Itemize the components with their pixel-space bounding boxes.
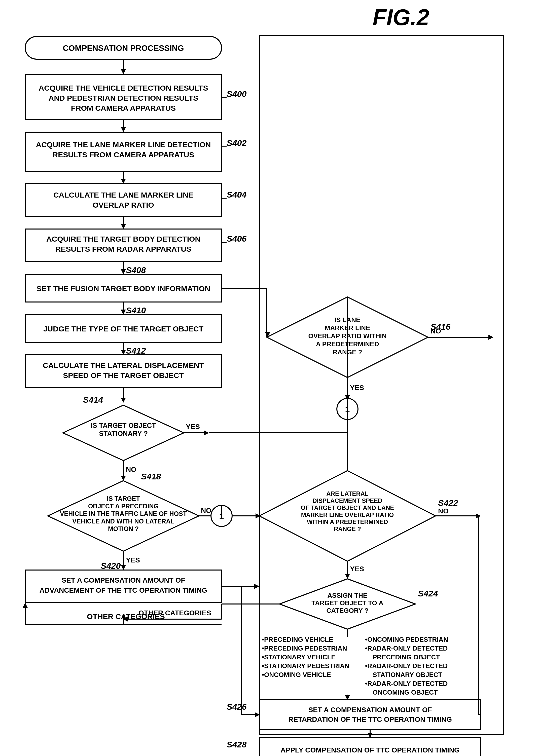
svg-text:S414: S414 <box>83 395 103 404</box>
svg-text:TARGET OBJECT TO A: TARGET OBJECT TO A <box>311 599 384 607</box>
svg-marker-42 <box>121 350 126 355</box>
svg-text:ASSIGN THE: ASSIGN THE <box>328 592 368 599</box>
svg-text:S424: S424 <box>418 589 438 598</box>
svg-text:CALCULATE THE LATERAL DISPLACE: CALCULATE THE LATERAL DISPLACEMENT <box>43 361 204 370</box>
svg-text:S408: S408 <box>126 265 146 275</box>
svg-marker-37 <box>121 309 126 315</box>
svg-text:SPEED OF THE TARGET OBJECT: SPEED OF THE TARGET OBJECT <box>63 371 184 379</box>
svg-text:SET THE FUSION TARGET BODY INF: SET THE FUSION TARGET BODY INFORMATION <box>36 284 210 293</box>
svg-text:S402: S402 <box>227 138 246 148</box>
svg-text:ARE LATERAL: ARE LATERAL <box>326 490 369 497</box>
svg-text:ACQUIRE THE VEHICLE DETECTION : ACQUIRE THE VEHICLE DETECTION RESULTS <box>39 84 208 92</box>
svg-text:STATIONARY OBJECT: STATIONARY OBJECT <box>373 671 442 679</box>
svg-text:IS TARGET: IS TARGET <box>107 495 140 502</box>
svg-text:OTHER CATEGORIES: OTHER CATEGORIES <box>139 609 211 617</box>
svg-text:S426: S426 <box>227 702 247 711</box>
svg-text:•PRECEDING PEDESTRIAN: •PRECEDING PEDESTRIAN <box>262 645 347 652</box>
svg-text:SET A COMPENSATION AMOUNT OF: SET A COMPENSATION AMOUNT OF <box>62 576 185 584</box>
svg-marker-11 <box>121 127 126 132</box>
svg-marker-121 <box>345 574 350 579</box>
svg-marker-102 <box>23 603 28 608</box>
svg-text:SET A COMPENSATION AMOUNT OF: SET A COMPENSATION AMOUNT OF <box>308 706 432 714</box>
svg-text:AND PEDESTRIAN DETECTION RESUL: AND PEDESTRIAN DETECTION RESULTS <box>49 94 198 102</box>
svg-text:•STATIONARY PEDESTRIAN: •STATIONARY PEDESTRIAN <box>262 662 350 670</box>
svg-marker-18 <box>121 179 126 184</box>
svg-text:STATIONARY ?: STATIONARY ? <box>99 430 148 437</box>
svg-text:CATEGORY ?: CATEGORY ? <box>326 607 368 614</box>
svg-text:PRECEDING OBJECT: PRECEDING OBJECT <box>373 653 440 661</box>
svg-text:•ONCOMING PEDESTRIAN: •ONCOMING PEDESTRIAN <box>365 636 448 643</box>
start-label: COMPENSATION PROCESSING <box>63 44 184 53</box>
svg-text:ONCOMING OBJECT: ONCOMING OBJECT <box>373 689 438 696</box>
svg-text:NO: NO <box>201 507 212 514</box>
flowchart-svg: FIG.2 COMPENSATION PROCESSING ACQUIRE TH… <box>0 0 537 756</box>
svg-text:NO: NO <box>126 465 137 473</box>
svg-text:•ONCOMING VEHICLE: •ONCOMING VEHICLE <box>262 671 331 679</box>
svg-text:S428: S428 <box>227 740 246 749</box>
svg-text:YES: YES <box>186 423 200 431</box>
svg-text:OF TARGET OBJECT AND LANE: OF TARGET OBJECT AND LANE <box>301 504 394 511</box>
svg-text:DISPLACEMENT SPEED: DISPLACEMENT SPEED <box>312 497 382 504</box>
svg-text:•RADAR-ONLY DETECTED: •RADAR-ONLY DETECTED <box>365 662 448 670</box>
svg-marker-54 <box>204 430 209 435</box>
svg-text:YES: YES <box>350 565 364 573</box>
svg-text:S406: S406 <box>227 234 247 243</box>
svg-text:WITHIN A PREDETERMINED: WITHIN A PREDETERMINED <box>307 518 388 525</box>
svg-marker-57 <box>121 476 126 481</box>
svg-marker-3 <box>121 69 126 74</box>
svg-text:MARKER LINE OVERLAP RATIO: MARKER LINE OVERLAP RATIO <box>301 511 394 518</box>
svg-marker-72 <box>488 335 493 340</box>
svg-rect-168 <box>259 35 504 735</box>
svg-text:S418: S418 <box>141 472 161 481</box>
svg-text:S404: S404 <box>227 190 246 199</box>
svg-text:MOTION ?: MOTION ? <box>108 525 139 532</box>
svg-text:APPLY COMPENSATION OF TTC OPER: APPLY COMPENSATION OF TTC OPERATION TIMI… <box>280 746 459 754</box>
svg-marker-25 <box>121 224 126 229</box>
svg-text:NO: NO <box>438 507 449 515</box>
svg-text:FROM CAMERA APPARATUS: FROM CAMERA APPARATUS <box>71 104 176 112</box>
svg-text:ACQUIRE THE LANE MARKER LINE D: ACQUIRE THE LANE MARKER LINE DETECTION <box>36 140 211 149</box>
svg-rect-143 <box>259 699 481 730</box>
svg-text:S412: S412 <box>126 346 146 355</box>
svg-text:VEHICLE IN THE TRAFFIC LANE OF: VEHICLE IN THE TRAFFIC LANE OF HOST <box>60 510 187 517</box>
svg-rect-19 <box>25 184 222 217</box>
svg-text:FIG.2: FIG.2 <box>373 5 429 30</box>
svg-text:CALCULATE THE LANE MARKER LINE: CALCULATE THE LANE MARKER LINE <box>53 191 193 199</box>
svg-text:ACQUIRE THE TARGET BODY DETECT: ACQUIRE THE TARGET BODY DETECTION <box>46 235 200 243</box>
svg-marker-48 <box>121 398 126 403</box>
svg-text:RANGE ?: RANGE ? <box>334 526 361 532</box>
svg-text:OBJECT A PRECEDING: OBJECT A PRECEDING <box>88 502 159 510</box>
svg-text:•RADAR-ONLY DETECTED: •RADAR-ONLY DETECTED <box>365 645 448 652</box>
svg-marker-96 <box>254 584 259 589</box>
svg-text:S420: S420 <box>101 561 121 571</box>
svg-marker-32 <box>121 269 126 274</box>
svg-text:•STATIONARY VEHICLE: •STATIONARY VEHICLE <box>262 653 336 661</box>
svg-text:•RADAR-ONLY DETECTED: •RADAR-ONLY DETECTED <box>365 680 448 687</box>
svg-text:YES: YES <box>350 384 364 392</box>
svg-text:VEHICLE AND WITH NO LATERAL: VEHICLE AND WITH NO LATERAL <box>72 518 175 525</box>
svg-text:RESULTS FROM CAMERA APPARATUS: RESULTS FROM CAMERA APPARATUS <box>53 150 194 159</box>
svg-text:•PRECEDING VEHICLE: •PRECEDING VEHICLE <box>262 636 333 643</box>
svg-text:RESULTS FROM RADAR APPARATUS: RESULTS FROM RADAR APPARATUS <box>56 245 191 253</box>
svg-text:IS TARGET OBJECT: IS TARGET OBJECT <box>91 422 156 429</box>
svg-text:YES: YES <box>126 556 140 564</box>
svg-text:S400: S400 <box>227 89 246 99</box>
svg-text:ADVANCEMENT OF THE TTC OPERATI: ADVANCEMENT OF THE TTC OPERATION TIMING <box>40 586 207 594</box>
svg-text:NO: NO <box>431 327 441 335</box>
svg-text:JUDGE THE TYPE OF THE TARGET O: JUDGE THE TYPE OF THE TARGET OBJECT <box>43 325 203 333</box>
svg-text:RETARDATION OF THE TTC OPERATI: RETARDATION OF THE TTC OPERATION TIMING <box>288 715 452 723</box>
svg-text:S422: S422 <box>438 498 458 508</box>
svg-text:OVERLAP RATIO: OVERLAP RATIO <box>93 201 154 209</box>
svg-text:S410: S410 <box>126 305 146 315</box>
